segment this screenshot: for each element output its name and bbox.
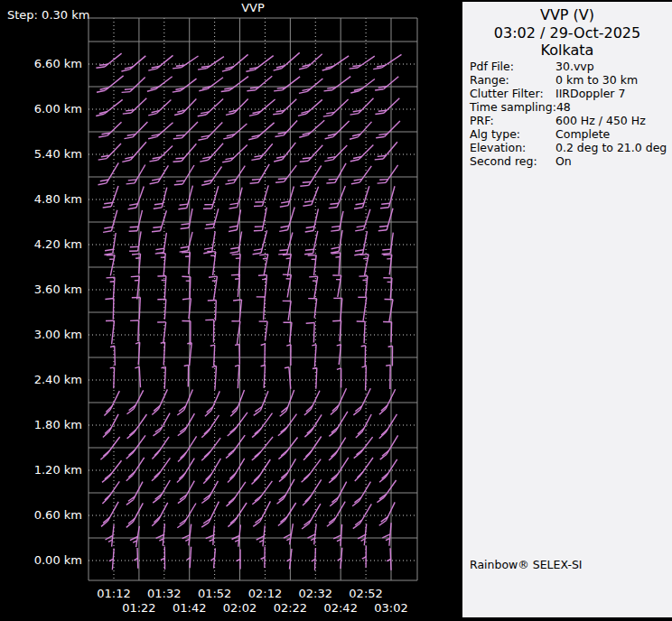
- wind-barb: [382, 523, 391, 546]
- wind-barb: [257, 297, 266, 320]
- wind-barb: [98, 122, 121, 137]
- wind-barb: [313, 368, 317, 389]
- wind-barb: [198, 122, 222, 140]
- wind-barb: [324, 145, 347, 162]
- wind-barb: [173, 122, 198, 139]
- wind-barb: [203, 231, 215, 253]
- wind-barb: [273, 99, 296, 115]
- wind-barb: [235, 365, 239, 388]
- parameter-label: Pdf File:: [470, 60, 555, 73]
- wind-barb: [377, 480, 396, 503]
- wind-barb: [261, 547, 266, 569]
- wind-barb: [258, 275, 267, 298]
- wind-barb: [379, 414, 397, 439]
- wind-barb: [254, 208, 266, 231]
- wind-barb: [148, 100, 171, 116]
- x-axis-label: 01:12: [92, 588, 135, 600]
- wind-barb: [110, 367, 115, 388]
- wind-barb: [246, 56, 273, 72]
- parameter-row: Elevation:0.2 deg to 21.0 deg: [470, 141, 667, 154]
- wind-barb: [205, 209, 219, 228]
- wind-barb: [201, 502, 219, 528]
- wind-barb: [277, 479, 295, 505]
- wind-barb: [198, 57, 224, 70]
- wind-barb: [305, 209, 319, 232]
- wind-barb: [312, 345, 316, 367]
- wind-barb: [375, 98, 399, 115]
- parameter-value: On: [555, 154, 572, 168]
- wind-barb: [300, 166, 321, 187]
- wind-barb: [332, 320, 341, 341]
- wind-barb: [329, 438, 346, 461]
- wind-barb: [208, 301, 217, 321]
- wind-barb: [325, 121, 350, 139]
- wind-barb: [147, 77, 173, 92]
- wind-barb: [375, 142, 397, 160]
- wind-barb: [379, 459, 397, 482]
- wind-barb: [254, 185, 268, 206]
- wind-barb: [378, 165, 398, 183]
- x-axis-label: 01:32: [143, 588, 186, 600]
- wind-barb: [103, 414, 118, 438]
- wind-barb: [380, 186, 395, 209]
- parameter-value: IIRDoppler 7: [555, 87, 625, 100]
- wind-barb: [126, 482, 143, 505]
- wind-barb: [275, 165, 296, 182]
- wind-barb: [233, 300, 241, 321]
- wind-barb: [122, 77, 145, 92]
- wind-barb: [331, 253, 341, 275]
- wind-barb: [97, 76, 124, 92]
- wind-barb: [298, 99, 322, 116]
- wind-barb: [103, 186, 118, 208]
- wind-barb: [324, 77, 351, 91]
- wind-barb: [222, 145, 247, 162]
- wind-barb: [376, 121, 400, 138]
- wind-barb: [303, 437, 322, 460]
- x-axis-label: 02:32: [294, 588, 337, 600]
- wind-barb: [155, 233, 167, 254]
- wind-barb: [257, 525, 266, 546]
- wind-barb: [162, 367, 166, 389]
- x-axis-label: 01:42: [168, 602, 211, 615]
- wind-barb: [156, 524, 165, 546]
- wind-barb: [350, 79, 375, 94]
- wind-barb: [383, 322, 392, 343]
- wind-barb: [312, 548, 316, 570]
- wind-barb: [130, 526, 139, 547]
- parameter-label: Time sampling:: [470, 100, 556, 114]
- wind-barb: [308, 255, 317, 276]
- wind-barb: [207, 252, 216, 276]
- wind-barb: [354, 231, 367, 255]
- panel-title-block: VVP (V) 03:02 / 29-Oct-2025 Kolkata: [462, 2, 672, 60]
- wind-barb: [352, 482, 370, 506]
- wind-barb: [252, 459, 271, 485]
- y-axis-label: 6.60 km: [0, 57, 82, 71]
- wind-barb: [338, 548, 342, 569]
- wind-barb: [285, 367, 291, 389]
- wind-barb: [237, 550, 241, 570]
- wind-barb: [299, 79, 323, 93]
- y-axis-label: 3.60 km: [0, 283, 82, 297]
- wind-barb: [232, 524, 241, 546]
- wind-barb: [308, 524, 317, 544]
- wind-barb: [274, 52, 300, 70]
- wind-barb: [331, 388, 347, 414]
- wind-barb: [327, 502, 345, 527]
- wind-barb: [174, 99, 196, 116]
- wind-barb: [278, 438, 297, 459]
- wind-barb: [134, 548, 138, 569]
- parameter-value: 0.2 deg to 21.0 deg: [555, 141, 667, 154]
- x-axis-label: 01:22: [117, 602, 161, 615]
- wind-barb: [326, 163, 346, 183]
- wind-barb: [201, 481, 218, 504]
- wind-barb: [361, 346, 366, 366]
- wind-barb: [251, 144, 272, 160]
- wind-barb: [254, 391, 268, 415]
- wind-barb: [304, 414, 322, 437]
- wind-barb: [126, 458, 145, 481]
- wind-barb: [299, 120, 324, 137]
- wind-barb: [106, 320, 115, 344]
- wind-barb: [149, 146, 173, 162]
- wind-barb: [280, 187, 294, 208]
- wind-barb: [362, 546, 367, 568]
